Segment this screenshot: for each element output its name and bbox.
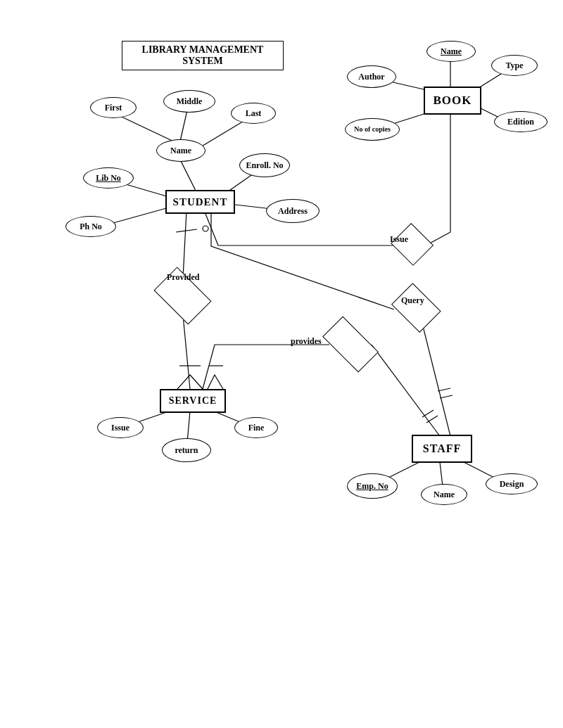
attr-staff-empno-label: Emp. No	[356, 482, 388, 491]
attr-service-return: return	[162, 438, 211, 462]
attr-student-middle: Middle	[163, 90, 215, 113]
rel-issue-label: Issue	[390, 234, 408, 245]
svg-line-24	[422, 324, 450, 436]
rel-issue	[391, 225, 434, 264]
attr-student-address: Address	[266, 199, 320, 223]
rel-provided-label: Provided	[167, 272, 199, 283]
attr-student-libno: Lib No	[83, 167, 134, 189]
svg-line-5	[106, 207, 169, 225]
attr-student-libno-label: Lib No	[96, 174, 121, 183]
attr-student-enrollno: Enroll. No	[239, 153, 290, 177]
attr-book-name-label: Name	[441, 47, 462, 56]
rel-provided-text: Provided	[167, 272, 199, 282]
attr-book-edition: Edition	[494, 111, 548, 132]
attr-book-edition-label: Edition	[507, 117, 534, 127]
attr-staff-empno: Emp. No	[347, 473, 398, 499]
attr-student-name-label: Name	[170, 146, 191, 155]
svg-line-16	[183, 211, 186, 278]
attr-service-issue-label: Issue	[111, 423, 129, 433]
attr-student-last: Last	[231, 103, 276, 124]
rel-query-label: Query	[401, 295, 424, 306]
attr-staff-name-label: Name	[434, 490, 455, 499]
attr-service-fine: Fine	[234, 417, 278, 438]
attr-book-copies: No of copies	[345, 118, 400, 141]
attr-student-enrollno-label: Enroll. No	[246, 161, 283, 170]
entity-book-label: BOOK	[433, 94, 472, 108]
attr-student-phno-label: Ph No	[80, 222, 102, 231]
er-diagram: LIBRARY MANAGEMENT SYSTEM	[0, 0, 563, 728]
svg-line-23	[426, 416, 438, 423]
entity-student-label: STUDENT	[173, 196, 228, 208]
rel-provides-shape	[322, 317, 379, 373]
svg-line-0	[179, 158, 197, 193]
attr-book-author: Author	[347, 65, 396, 88]
attr-service-issue: Issue	[97, 417, 144, 438]
rel-query-shape	[391, 283, 441, 332]
svg-line-17	[176, 229, 197, 232]
svg-point-15	[203, 226, 208, 231]
entity-student: STUDENT	[165, 190, 235, 214]
attr-student-address-label: Address	[278, 207, 308, 216]
entity-staff: STAFF	[412, 435, 472, 463]
svg-line-26	[440, 395, 453, 398]
svg-line-18	[183, 315, 190, 389]
attr-service-fine-label: Fine	[248, 423, 265, 433]
attr-staff-name: Name	[421, 484, 467, 505]
svg-line-1	[113, 113, 179, 144]
attr-book-type-label: Type	[505, 61, 523, 70]
attr-book-type: Type	[491, 55, 538, 76]
rel-provides-text: provides	[291, 336, 322, 346]
svg-line-25	[438, 388, 450, 391]
rel-provides	[315, 325, 386, 364]
attr-student-last-label: Last	[246, 109, 262, 118]
rel-provides-label: provides	[291, 336, 322, 347]
attr-book-name: Name	[426, 41, 476, 62]
rel-query	[388, 287, 443, 328]
attr-student-name: Name	[156, 139, 205, 162]
diagram-title: LIBRARY MANAGEMENT SYSTEM	[122, 41, 284, 70]
rel-issue-shape	[391, 223, 434, 266]
entity-service: SERVICE	[160, 389, 226, 413]
title-text: LIBRARY MANAGEMENT SYSTEM	[142, 44, 264, 66]
entity-service-label: SERVICE	[169, 395, 217, 407]
rel-query-text: Query	[401, 295, 424, 305]
attr-student-middle-label: Middle	[177, 97, 203, 106]
attr-staff-design-label: Design	[500, 480, 524, 489]
attr-service-return-label: return	[175, 446, 198, 455]
attr-book-author-label: Author	[358, 72, 384, 82]
attr-student-phno: Ph No	[65, 216, 116, 237]
rel-issue-text: Issue	[390, 234, 408, 244]
entity-book: BOOK	[424, 87, 481, 115]
attr-staff-design: Design	[486, 473, 538, 494]
attr-book-copies-label: No of copies	[354, 126, 391, 134]
attr-student-first-label: First	[105, 103, 122, 113]
attr-student-first: First	[90, 97, 137, 118]
svg-line-22	[422, 410, 434, 417]
entity-staff-label: STAFF	[423, 442, 461, 455]
